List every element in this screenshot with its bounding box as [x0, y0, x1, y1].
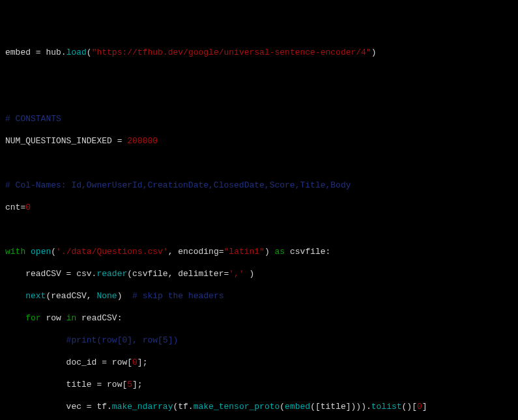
code-line: next(readCSV, None) # skip the headers: [5, 290, 513, 301]
code-line: readCSV = csv.reader(csvfile, delimiter=…: [5, 268, 513, 279]
code-line: with open('./data/Questions.csv', encodi…: [5, 246, 513, 257]
code-editor[interactable]: embed = hub.load("https://tfhub.dev/goog…: [5, 47, 513, 420]
code-line: for row in readCSV:: [5, 313, 513, 324]
code-line: [5, 69, 513, 80]
code-line: [5, 224, 513, 235]
code-line: # Col-Names: Id,OwnerUserId,CreationDate…: [5, 180, 513, 191]
code-line: vec = tf.make_ndarray(tf.make_tensor_pro…: [5, 401, 513, 412]
code-line: cnt=0: [5, 202, 513, 213]
code-line: # CONSTANTS: [5, 113, 513, 124]
code-line: [5, 158, 513, 169]
code-line: #print(row[0], row[5]): [5, 335, 513, 346]
code-line: NUM_QUESTIONS_INDEXED = 200000: [5, 135, 513, 147]
code-line: [5, 91, 513, 102]
code-line: doc_id = row[0];: [5, 357, 513, 368]
code-line: embed = hub.load("https://tfhub.dev/goog…: [5, 47, 513, 58]
code-line: title = row[5];: [5, 379, 513, 390]
